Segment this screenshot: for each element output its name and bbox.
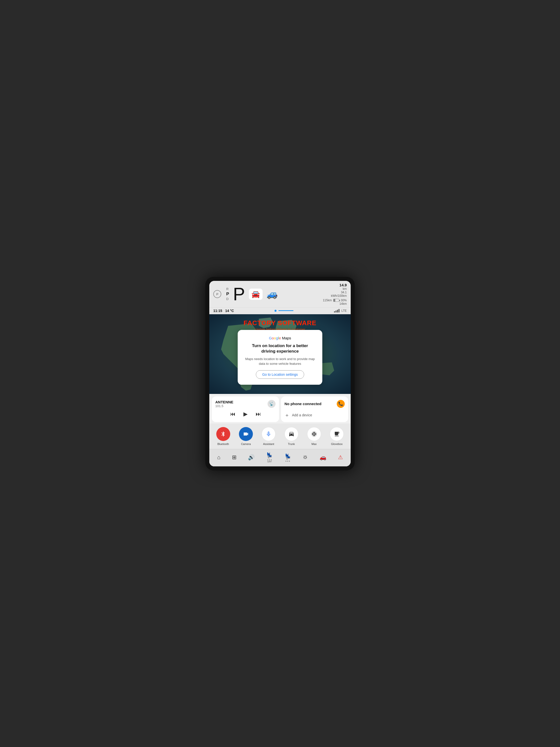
play-button[interactable]: ▶ [243, 411, 248, 417]
camera-button[interactable]: Camera [239, 427, 253, 445]
dot3 [289, 461, 290, 462]
maps-dialog: Google Maps Turn on location for a bette… [238, 330, 322, 385]
nav-fan[interactable]: ⛭ [303, 454, 308, 461]
bluetooth-button[interactable]: Bluetooth [216, 427, 230, 445]
nav-seat-heat[interactable]: 💺 OFF [266, 452, 273, 463]
bottom-panels: ANTENNE 101.5 📡 ⏮ ▶ ⏭ No phone connected [209, 394, 351, 466]
mirror-icon: 🚗 [320, 454, 326, 461]
max-icon [307, 427, 321, 441]
battery-fill [334, 299, 335, 302]
car-front-icon: 🚘 [249, 289, 263, 300]
phone-call-icon: 📞 [337, 400, 345, 408]
assistant-label: Assistant [263, 442, 274, 445]
car-icon-area: 🚘 [249, 289, 263, 300]
next-button[interactable]: ⏭ [256, 411, 261, 417]
media-controls: ⏮ ▶ ⏭ [215, 411, 275, 417]
battery-percent: 30% [341, 299, 347, 302]
odometer-value: 14.9 [323, 283, 347, 287]
nav-volume[interactable]: 🔊 [248, 454, 255, 461]
big-gear-display: P [233, 285, 245, 303]
bottom-nav: ⌂ ⊞ 🔊 💺 OFF [209, 449, 351, 466]
nav-alert[interactable]: ⚠ [338, 454, 343, 461]
gear-selector: R P D [226, 287, 229, 301]
signal-bar-4 [339, 309, 340, 312]
seat-cool-icon: 💺 [285, 454, 291, 460]
status-center [274, 310, 293, 312]
bluetooth-label: Bluetooth [217, 442, 229, 445]
logo-g2: g [276, 336, 278, 340]
prev-button[interactable]: ⏮ [230, 411, 236, 417]
dot1 [286, 461, 287, 462]
google-maps-logo: Google Maps [245, 336, 315, 340]
status-left: 11:15 14 °C [213, 309, 234, 313]
add-device-row[interactable]: ＋ Add a device [285, 412, 345, 418]
car-top-view-icon: 🚙 [267, 289, 278, 299]
logo-o2: o [274, 336, 276, 340]
status-bar: 11:15 14 °C LTE [209, 308, 351, 314]
device-frame: P R P D P 🚘 🚙 14.9 km 34.1 kWh/100km 115… [205, 277, 355, 470]
trunk-label: Trunk [288, 442, 295, 445]
seat-heat-icon: 💺 [266, 452, 273, 459]
logo-g1: G [269, 336, 272, 340]
radio-icon: 📡 [268, 400, 275, 408]
media-title: ANTENNE [215, 400, 234, 404]
battery-row: 115km 30% [323, 299, 347, 302]
nav-seat-cool[interactable]: 💺 [285, 454, 291, 462]
gear-p[interactable]: P [226, 291, 229, 297]
logo-e: e [279, 336, 281, 340]
map-area[interactable]: North Atlantic Ocean United States FACTO… [209, 314, 351, 394]
apps-icon: ⊞ [232, 454, 236, 461]
factory-overlay: FACTORY SOFTWARE Update before delivery … [209, 319, 351, 331]
network-type: LTE [342, 309, 347, 312]
signal-bars [334, 309, 340, 312]
glovebox-button[interactable]: Glovebox [330, 427, 344, 445]
nav-mirror[interactable]: 🚗 [320, 454, 326, 461]
factory-title: FACTORY SOFTWARE [209, 319, 351, 327]
phone-title: No phone connected [285, 402, 321, 406]
nav-indicator [278, 310, 293, 311]
assistant-button[interactable]: Assistant [262, 427, 275, 445]
clock: 11:15 [213, 309, 222, 313]
trunk-button[interactable]: Trunk [285, 427, 298, 445]
battery-body [333, 299, 339, 302]
screen: P R P D P 🚘 🚙 14.9 km 34.1 kWh/100km 115… [209, 281, 351, 466]
park-indicator: P [213, 290, 221, 298]
nav-apps[interactable]: ⊞ [232, 454, 236, 461]
dot2 [287, 461, 288, 462]
media-panel: ANTENNE 101.5 📡 ⏮ ▶ ⏭ [212, 396, 279, 422]
dialog-body: Maps needs location to work and to provi… [245, 357, 315, 366]
odometer-unit: km [323, 287, 347, 290]
battery-range: 115km [323, 299, 332, 302]
media-subtitle: 101.5 [215, 404, 234, 408]
status-right: LTE [334, 309, 347, 312]
camera-label: Camera [241, 442, 250, 445]
signal-bar-2 [336, 310, 337, 312]
remaining-range: 14km [323, 302, 347, 306]
temperature: 14 °C [225, 309, 234, 313]
efficiency-value: 34.1 [323, 290, 347, 294]
home-icon: ⌂ [217, 454, 220, 461]
alert-icon: ⚠ [338, 454, 343, 461]
nav-active-dot [274, 310, 276, 312]
signal-bar-1 [334, 311, 335, 312]
quick-actions: Bluetooth Camera [209, 423, 351, 449]
phone-header: No phone connected 📞 [285, 400, 345, 408]
logo-maps: Maps [282, 336, 291, 340]
efficiency-unit: kWh/100km [323, 294, 347, 298]
location-settings-button[interactable]: Go to Location settings [256, 370, 304, 379]
glovebox-icon [330, 427, 344, 441]
camera-icon [239, 427, 253, 441]
max-button[interactable]: Max [307, 427, 321, 445]
top-bar: P R P D P 🚘 🚙 14.9 km 34.1 kWh/100km 115… [209, 281, 351, 308]
top-bar-left: P R P D P 🚘 🚙 [213, 285, 278, 303]
media-header: ANTENNE 101.5 📡 [215, 400, 275, 408]
fan-icon: ⛭ [303, 454, 308, 461]
seat-cool-dots [286, 461, 290, 462]
gear-d[interactable]: D [226, 297, 229, 301]
gear-r[interactable]: R [226, 287, 229, 291]
add-plus-icon: ＋ [285, 412, 290, 418]
add-device-label: Add a device [292, 413, 312, 417]
glovebox-label: Glovebox [331, 442, 343, 445]
nav-home[interactable]: ⌂ [217, 454, 220, 461]
dialog-title: Turn on location for a better driving ex… [245, 343, 315, 354]
